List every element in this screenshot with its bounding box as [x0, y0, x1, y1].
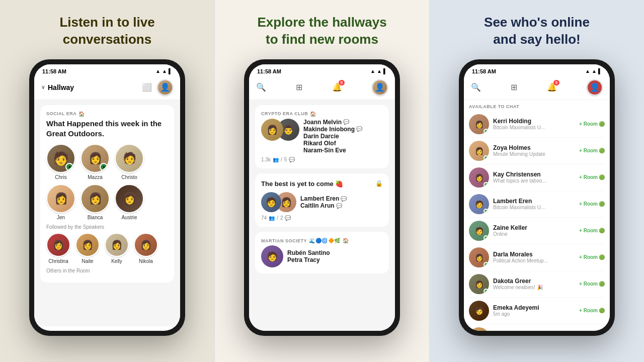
- room-btn-dakota[interactable]: + Room🟢: [579, 281, 605, 287]
- person-rubens: Rubén Santino: [287, 249, 330, 256]
- avatar-img-kelly: 👩: [105, 233, 129, 257]
- info-lambert: Lambert Eren Bitcoin Maximalists Uni...: [493, 198, 575, 210]
- avatar-img-mazza: 👩 ✦: [80, 144, 110, 173]
- sub-kay: What topics are taboo...: [493, 178, 548, 184]
- wifi-icon-3: ▲: [585, 68, 590, 74]
- phone-content-3: AVAILABLE TO CHAT 👩 Kerri Holding Bitcoi…: [464, 100, 610, 331]
- best-count: 74 👥 / 2 💬: [261, 215, 383, 221]
- avatar-kerri: 👩: [469, 114, 489, 134]
- room-btn-darla[interactable]: + Room🟢: [579, 254, 605, 260]
- avatar-img-christo: 🧑: [115, 144, 144, 173]
- house-icon-3: 🏠: [343, 238, 349, 243]
- name-kay: Kay Christensen: [493, 171, 575, 178]
- chat-icon-1: 💬: [343, 119, 349, 125]
- room-btn-zaine[interactable]: + Room🟢: [579, 228, 605, 233]
- online-dot-dakota: [484, 289, 489, 294]
- status-bar-2: 11:58 AM ▲ ▲ ▌: [249, 64, 395, 76]
- people-icon-2: 👥: [269, 215, 275, 221]
- signal-icon-3: ▲: [592, 68, 597, 74]
- online-dot-lambert: [484, 209, 489, 214]
- avatar-joann: 👩: [261, 119, 283, 141]
- avail-row-dakota[interactable]: 👩 Dakota Greer Welcome newbies! 🎉 + Room…: [469, 271, 605, 298]
- sub-emeka: 5m ago: [493, 311, 548, 317]
- online-dot-darla: [484, 262, 489, 267]
- avail-row-darla[interactable]: 👩 Darla Morales Political Action Meetup.…: [469, 244, 605, 271]
- search-icon-2[interactable]: 🔍: [256, 82, 266, 92]
- signal-icon: ▲: [162, 68, 167, 74]
- panel-3-title: See who's online and say hello!: [484, 14, 590, 48]
- avail-row-kerri[interactable]: 👩 Kerri Holding Bitcoin Maximalists Uni.…: [469, 111, 605, 138]
- avatar-jen: 👩 Jen: [46, 184, 75, 220]
- app-bar-right-1: ⬜ 👤: [142, 79, 173, 96]
- room-btn-kerri[interactable]: + Room🟢: [579, 121, 605, 127]
- app-bar-3: 🔍 ⊞ 🔔 5 👤: [464, 76, 610, 100]
- avail-row-kay[interactable]: 👩 Kay Christensen What topics are taboo.…: [469, 164, 605, 191]
- chat-icon-lambert: 💬: [341, 196, 347, 202]
- panel-2-title: Explore the hallways to find new rooms: [257, 14, 386, 48]
- status-icons-1: ▲ ▲ ▌: [155, 68, 172, 74]
- status-bar-3: 11:58 AM ▲ ▲ ▌: [464, 64, 610, 76]
- room-btn-lambert[interactable]: + Room🟢: [579, 201, 605, 207]
- grid-icon-3[interactable]: ⊞: [511, 82, 517, 92]
- room-btn-emeka[interactable]: + Room🟢: [579, 308, 605, 313]
- hallway-label: Hallway: [48, 83, 74, 92]
- divider: /: [281, 157, 282, 162]
- room-card-martian[interactable]: MARTIAN SOCIETY 🌊🔵🌀🔶🌿 🏠 🧑 Rubén Santino …: [255, 232, 389, 274]
- chat-icon-caitlin: 💬: [336, 203, 342, 209]
- name-lambert-list: Lambert Eren: [493, 198, 575, 205]
- martian-icons: 🌊🔵🌀🔶🌿: [309, 238, 341, 243]
- avatar-kelly: 👩 Kelly: [105, 233, 129, 264]
- name-kelly: Kelly: [111, 258, 122, 264]
- room-title-1: What Happened this week in the Great Out…: [46, 119, 168, 139]
- name-christina: Christina: [48, 258, 68, 264]
- avatar-austrie: 👩 Austrie: [115, 184, 144, 220]
- app-bar-2: 🔍 ⊞ 🔔 5 👤: [249, 76, 395, 100]
- name-chris: Chris: [55, 174, 66, 180]
- person-caitlin: Caitlin Arun 💬: [300, 202, 347, 209]
- person-darin: Darin Darcie: [303, 133, 383, 140]
- house-icon-2: 🏠: [310, 111, 316, 117]
- room-btn-kay[interactable]: + Room🟢: [579, 174, 605, 180]
- time-1: 11:58 AM: [42, 68, 66, 74]
- phone-2: 11:58 AM ▲ ▲ ▌ 🔍 ⊞ 🔔 5 👤: [244, 59, 400, 336]
- app-bar-icons-3: 🔍 ⊞ 🔔 5 👤: [471, 79, 603, 96]
- speaker-badge-mazza: ✦: [100, 163, 108, 171]
- avail-row-emeka[interactable]: 🧑 Emeka Adeyemi 5m ago + Room🟢: [469, 298, 605, 324]
- avail-row-zaine[interactable]: 🧑 Zaine Keller Online + Room🟢: [469, 218, 605, 244]
- avatar-img-christina: 👩: [46, 233, 70, 257]
- battery-icon-3: ▌: [598, 68, 602, 74]
- name-nikola: Nikola: [139, 258, 153, 264]
- grid-icon-2[interactable]: ⊞: [296, 82, 302, 92]
- room-card-best[interactable]: The best is yet to come 🍓 🔒 🧑 👩: [255, 173, 389, 227]
- info-kerri: Kerri Holding Bitcoin Maximalists Uni...: [493, 118, 575, 130]
- online-dot-kay: [484, 182, 489, 187]
- room-card-crypto[interactable]: CRYPTO ERA CLUB 🏠 👩 👨: [255, 105, 389, 168]
- panel-explore: Explore the hallways to find new rooms 1…: [214, 0, 430, 362]
- phone-3: 11:58 AM ▲ ▲ ▌ 🔍 ⊞ 🔔 5 👤: [459, 59, 615, 336]
- followers-row: 👩 Christina 👩 Naite 👩: [46, 233, 168, 264]
- count-number: 1.3k: [261, 157, 271, 162]
- crypto-content: 👩 👨 Joann Melvin 💬: [261, 119, 383, 154]
- search-icon-3[interactable]: 🔍: [471, 82, 481, 92]
- panel-online: See who's online and say hello! 11:58 AM…: [430, 0, 644, 362]
- avail-row-lambert[interactable]: 🧑 Lambert Eren Bitcoin Maximalists Uni..…: [469, 191, 605, 218]
- best-content: 🧑 👩 Lambert Eren 💬: [261, 192, 383, 212]
- chat-icon-2: 💬: [356, 126, 362, 132]
- avail-row-zoya[interactable]: 👩 Zoya Holmes Minute Morning Update + Ro…: [469, 138, 605, 164]
- room-btn-zoya[interactable]: + Room🟢: [579, 148, 605, 153]
- user-avatar-2[interactable]: 👤: [372, 79, 388, 96]
- sub-darla: Political Action Meetup...: [493, 258, 548, 263]
- comment-count: 5: [284, 157, 287, 162]
- name-kerri: Kerri Holding: [493, 118, 575, 125]
- room-card-1[interactable]: SOCIAL ERA 🏠 What Happened this week in …: [40, 105, 174, 283]
- sub-kerri: Bitcoin Maximalists Uni...: [493, 125, 548, 130]
- avail-row-tamar[interactable]: 👩 Tamar Farrell 7m ago + Room🟢: [469, 324, 605, 331]
- speaker-row-1: 🧑 ✦ Chris 👩 ✦ Mazza: [46, 144, 168, 180]
- name-mazza: Mazza: [88, 174, 102, 180]
- avail-header: AVAILABLE TO CHAT: [469, 100, 605, 111]
- document-icon[interactable]: ⬜: [142, 82, 152, 92]
- user-avatar-3[interactable]: 👤: [587, 79, 603, 96]
- app-bar-left-1[interactable]: ∨ Hallway: [41, 83, 74, 92]
- user-avatar-1[interactable]: 👤: [157, 79, 173, 96]
- avatar-img-chris: 🧑 ✦: [46, 144, 75, 173]
